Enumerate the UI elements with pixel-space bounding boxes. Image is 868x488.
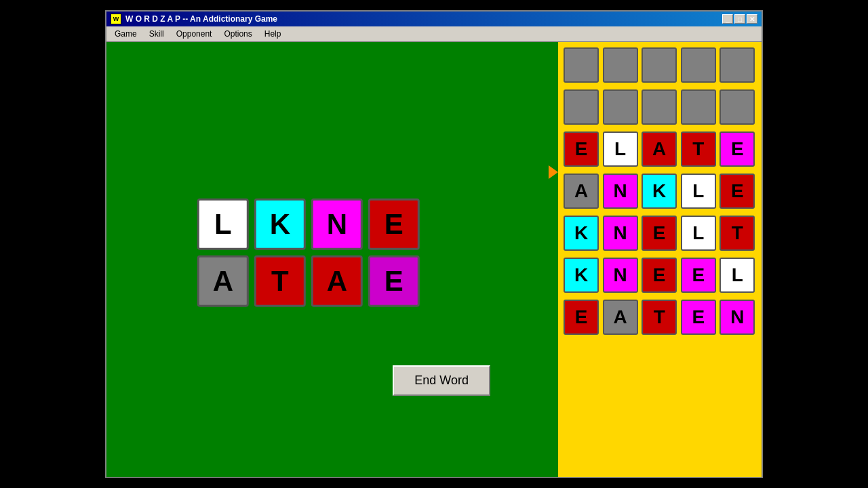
- right-tile-r0-c2: [642, 47, 677, 83]
- right-tile-r6-c4[interactable]: N: [719, 300, 755, 335]
- right-tile-r3-c4[interactable]: E: [719, 174, 755, 209]
- right-tile-r2-c4[interactable]: E: [719, 131, 755, 167]
- right-tile-r4-c0[interactable]: K: [564, 216, 599, 251]
- app-icon: W: [111, 14, 121, 24]
- left-tile-E03[interactable]: E: [368, 199, 420, 250]
- window-title: W O R D Z A P -- An Addictionary Game: [125, 14, 277, 24]
- right-tile-r0-c0: [564, 47, 599, 83]
- right-tile-r0-c4: [719, 47, 755, 83]
- right-tile-r6-c2[interactable]: T: [642, 300, 677, 335]
- right-panel: ELATEANKLEKNELTKNEELEATEN: [558, 42, 762, 477]
- menu-skill[interactable]: Skill: [144, 28, 170, 40]
- menu-help[interactable]: Help: [259, 28, 287, 40]
- right-tile-r4-c2[interactable]: E: [642, 216, 677, 251]
- right-tile-r0-c1: [603, 47, 638, 83]
- right-tile-r3-c0[interactable]: A: [564, 174, 599, 209]
- title-bar: W W O R D Z A P -- An Addictionary Game …: [106, 12, 762, 26]
- menu-options[interactable]: Options: [218, 28, 257, 40]
- right-tile-r2-c2[interactable]: A: [642, 131, 677, 167]
- game-area: LKNEATAE End Word ELATEANKLEKNELTKNEELEA…: [106, 42, 762, 477]
- left-tile-N02[interactable]: N: [311, 199, 363, 250]
- right-tile-r3-c1[interactable]: N: [603, 174, 638, 209]
- end-word-button[interactable]: End Word: [393, 365, 490, 396]
- right-tile-r5-c1[interactable]: N: [603, 258, 638, 293]
- right-grid-row-6: EATEN: [564, 300, 756, 335]
- menu-game[interactable]: Game: [109, 28, 142, 40]
- right-grid-row-2: ELATE: [564, 131, 756, 167]
- game-window: W W O R D Z A P -- An Addictionary Game …: [105, 10, 763, 478]
- right-tile-r5-c2[interactable]: E: [642, 258, 677, 293]
- minimize-button[interactable]: _: [722, 14, 733, 24]
- right-grid-row-1: [564, 89, 756, 125]
- right-tile-r6-c0[interactable]: E: [564, 300, 599, 335]
- close-button[interactable]: ✕: [747, 14, 757, 24]
- maximize-button[interactable]: □: [734, 14, 745, 24]
- right-tile-r2-c3[interactable]: T: [681, 131, 716, 167]
- menu-opponent[interactable]: Opponent: [171, 28, 218, 40]
- right-tile-r3-c3[interactable]: L: [681, 174, 716, 209]
- letter-grid: LKNEATAE: [197, 199, 422, 310]
- right-tile-r1-c4: [719, 89, 755, 125]
- right-tile-r5-c0[interactable]: K: [564, 258, 599, 293]
- right-tile-r6-c1[interactable]: A: [603, 300, 638, 335]
- right-tile-r1-c1: [603, 89, 638, 125]
- title-bar-left: W W O R D Z A P -- An Addictionary Game: [111, 14, 277, 24]
- left-tile-E13[interactable]: E: [368, 256, 420, 307]
- left-tile-K01[interactable]: K: [254, 199, 306, 250]
- left-tile-A12[interactable]: A: [311, 256, 363, 307]
- right-tile-r6-c3[interactable]: E: [681, 300, 716, 335]
- right-tile-r4-c4[interactable]: T: [719, 216, 755, 251]
- right-tile-r2-c1[interactable]: L: [603, 131, 638, 167]
- left-panel: LKNEATAE End Word: [106, 42, 558, 477]
- right-tile-r4-c1[interactable]: N: [603, 216, 638, 251]
- right-grid-row-5: KNEEL: [564, 258, 756, 293]
- right-tile-r2-c0[interactable]: E: [564, 131, 599, 167]
- right-tile-r3-c2[interactable]: K: [642, 174, 677, 209]
- right-tile-r4-c3[interactable]: L: [681, 216, 716, 251]
- menu-bar: Game Skill Opponent Options Help: [106, 26, 762, 42]
- right-tile-r5-c4[interactable]: L: [719, 258, 755, 293]
- row-arrow-indicator: [549, 165, 558, 179]
- right-tile-r0-c3: [681, 47, 716, 83]
- title-buttons: _ □ ✕: [722, 14, 757, 24]
- left-tile-T11[interactable]: T: [254, 256, 306, 307]
- right-tile-r5-c3[interactable]: E: [681, 258, 716, 293]
- right-grid-row-3: ANKLE: [564, 174, 756, 209]
- right-grid-row-0: [564, 47, 756, 83]
- right-tile-r1-c3: [681, 89, 716, 125]
- left-tile-L00[interactable]: L: [197, 199, 249, 250]
- left-tile-A10[interactable]: A: [197, 256, 249, 307]
- right-grid-row-4: KNELT: [564, 216, 756, 251]
- right-tile-r1-c2: [642, 89, 677, 125]
- right-tile-r1-c0: [564, 89, 599, 125]
